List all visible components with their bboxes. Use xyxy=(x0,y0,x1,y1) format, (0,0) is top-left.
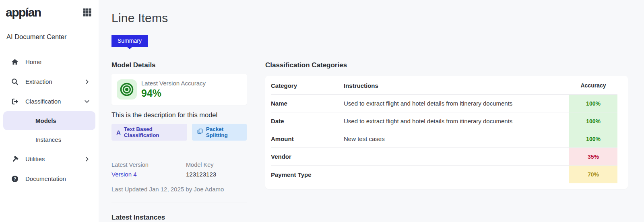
model-details-heading: Model Details xyxy=(111,61,247,69)
sidebar-item-extraction[interactable]: Extraction xyxy=(0,72,99,91)
main-content: Line Items Summary Model Details Latest … xyxy=(99,0,644,222)
sidebar: appían AI Document Center Home Extractio… xyxy=(0,0,99,222)
chevron-right-icon xyxy=(84,79,90,85)
instructions-cell xyxy=(344,148,569,165)
sidebar-item-home[interactable]: Home xyxy=(0,52,99,72)
category-cell: Name xyxy=(271,95,344,112)
instructions-cell xyxy=(344,166,569,183)
instructions-cell: Used to extract flight and hotel details… xyxy=(344,112,569,130)
sidebar-item-label: Classification xyxy=(25,98,84,105)
sidebar-item-utilities[interactable]: Utilities xyxy=(0,149,99,169)
sidebar-item-label: Home xyxy=(25,58,90,65)
classification-categories-heading: Classification Categories xyxy=(265,61,628,69)
copy-pages-icon xyxy=(197,129,203,136)
classification-categories-panel: Classification Categories Category Instr… xyxy=(261,61,628,222)
chevron-down-icon xyxy=(84,99,90,104)
tag-label: Text Based Classification xyxy=(124,126,182,138)
category-cell: Date xyxy=(271,112,344,130)
sidebar-item-instances[interactable]: Instances xyxy=(3,130,95,149)
table-row: Name Used to extract flight and hotel de… xyxy=(271,95,617,112)
sidebar-item-label: Extraction xyxy=(25,78,84,85)
letter-a-icon: A xyxy=(116,129,121,136)
table-header-row: Category Instructions Accuracy xyxy=(271,77,617,95)
home-icon xyxy=(11,58,19,66)
latest-version-label: Latest Version xyxy=(111,162,186,168)
sidebar-item-label: Utilities xyxy=(25,156,84,162)
accuracy-cell: 70% xyxy=(569,166,617,183)
app-title: AI Document Center xyxy=(0,33,99,41)
sidebar-nav: Home Extraction Classification Models In xyxy=(0,52,99,189)
model-description: This is the description for this model xyxy=(111,111,247,119)
sidebar-item-label: Models xyxy=(35,117,56,124)
category-cell: Payment Type xyxy=(271,166,344,183)
appian-logo: appían xyxy=(6,6,41,19)
app-launcher-grid-icon[interactable] xyxy=(83,8,91,17)
search-icon xyxy=(11,78,19,85)
model-details-panel: Model Details Latest Version Accuracy 94… xyxy=(111,61,247,222)
sidebar-item-classification[interactable]: Classification xyxy=(0,91,99,111)
model-tags: A Text Based Classification Packet Split… xyxy=(111,124,247,141)
divider xyxy=(111,152,247,152)
classification-export-icon xyxy=(11,98,19,105)
accuracy-value: 94% xyxy=(141,87,206,99)
table-row: Date Used to extract flight and hotel de… xyxy=(271,112,617,130)
page-title: Line Items xyxy=(111,11,628,25)
instructions-cell: New test cases xyxy=(344,130,569,147)
category-cell: Amount xyxy=(271,130,344,147)
latest-instances-heading: Latest Instances xyxy=(111,214,247,222)
tag-text-based-classification: A Text Based Classification xyxy=(111,124,187,141)
tag-packet-splitting: Packet Splitting xyxy=(192,124,247,141)
bullseye-icon xyxy=(117,79,137,100)
category-cell: Vendor xyxy=(271,148,344,165)
sidebar-item-label: Instances xyxy=(35,136,61,143)
table-row: Payment Type 70% xyxy=(271,166,617,183)
tag-label: Packet Splitting xyxy=(206,126,242,138)
sidebar-item-documentation[interactable]: ? Documentation xyxy=(0,169,99,189)
model-key-label: Model Key xyxy=(186,162,216,168)
table-row: Amount New test cases 100% xyxy=(271,130,617,148)
accuracy-cell: 100% xyxy=(569,112,617,130)
divider xyxy=(111,203,247,203)
column-header-accuracy: Accuracy xyxy=(569,82,617,89)
categories-table: Category Instructions Accuracy Name Used… xyxy=(265,76,628,189)
accuracy-label: Latest Version Accuracy xyxy=(141,80,206,87)
table-row: Vendor 35% xyxy=(271,148,617,166)
model-key-value: 123123123 xyxy=(186,171,216,178)
sidebar-item-models[interactable]: Models xyxy=(3,111,95,130)
last-updated-text: Last Updated Jan 12, 2025 by Joe Adamo xyxy=(111,186,247,193)
question-circle-icon: ? xyxy=(11,175,19,183)
latest-version-link[interactable]: Version 4 xyxy=(111,171,186,178)
accuracy-cell: 35% xyxy=(569,148,617,165)
chevron-right-icon xyxy=(84,156,90,162)
column-header-instructions: Instructions xyxy=(344,82,569,89)
tab-summary[interactable]: Summary xyxy=(111,35,148,47)
column-header-category: Category xyxy=(271,82,344,89)
model-info: Latest Version Version 4 Model Key 12312… xyxy=(111,162,247,178)
sidebar-item-label: Documentation xyxy=(25,175,90,182)
accuracy-cell: 100% xyxy=(569,130,617,147)
svg-text:?: ? xyxy=(14,176,17,181)
hammer-icon xyxy=(11,156,19,163)
instructions-cell: Used to extract flight and hotel details… xyxy=(344,95,569,112)
accuracy-cell: 100% xyxy=(569,95,617,112)
accuracy-stat-card: Latest Version Accuracy 94% xyxy=(111,74,247,105)
